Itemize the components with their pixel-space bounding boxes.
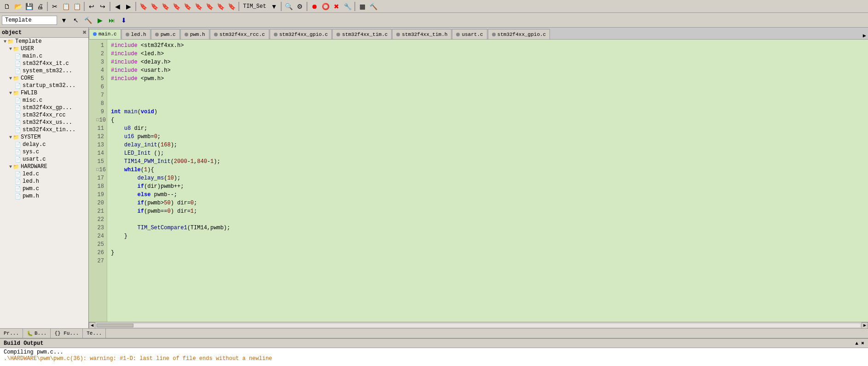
tab-mainc[interactable]: main.c [89, 29, 121, 39]
bookmark2-btn[interactable]: 🔖 [149, 1, 159, 12]
bottom-tab-functions[interactable]: {} Fu... [51, 329, 83, 338]
bookmark1-btn[interactable]: 🔖 [138, 1, 148, 12]
tree-label: stm32f4xx_gp... [23, 105, 72, 111]
tree-file-ledc[interactable]: 📄 led.c [0, 170, 88, 178]
file-icon: 📄 [15, 127, 21, 133]
tree-file-gpio[interactable]: 📄 stm32f4xx_gp... [0, 104, 88, 111]
cursor-btn[interactable]: ↖ [71, 15, 81, 25]
tab-usartc[interactable]: usart.c [452, 29, 487, 39]
tree-folder-core[interactable]: ▼ 📁 CORE [0, 75, 88, 82]
redo-btn[interactable]: ↪ [98, 1, 108, 12]
grid-btn[interactable]: ▦ [357, 1, 367, 12]
tab-timh[interactable]: stm32f4xx_tim.h [392, 29, 451, 39]
back-btn[interactable]: ◀ [112, 1, 122, 12]
scroll-left-btn[interactable]: ◀ [89, 322, 95, 329]
tree-folder-fwlib[interactable]: ▼ 📁 FWLIB [0, 89, 88, 97]
tree-root-template[interactable]: ▼ 📁 Template [0, 38, 88, 45]
code-editor[interactable]: 12345 6789 □10 1112131415 □16 1718192021… [89, 40, 868, 322]
step-btn[interactable]: ⏭ [107, 15, 117, 25]
hscroll-track[interactable] [96, 323, 861, 328]
expand-icon: ▼ [4, 39, 6, 44]
tree-label: stm32f4xx_rcc [23, 112, 66, 118]
tab-dot-pwmh [185, 33, 188, 36]
scroll-right-btn[interactable]: ▶ [862, 322, 868, 329]
tree-file-pwmh[interactable]: 📄 pwm.h [0, 192, 88, 200]
bookmark7-btn[interactable]: 🔖 [204, 1, 214, 12]
bookmark9-btn[interactable]: 🔖 [226, 1, 237, 12]
forward-btn[interactable]: ▶ [123, 1, 133, 12]
tree-file-ledh[interactable]: 📄 led.h [0, 178, 88, 185]
settings-btn[interactable]: ⚙ [295, 1, 305, 12]
tree-file-usartc[interactable]: 📄 usart.c [0, 156, 88, 163]
tree-file-sys[interactable]: 📄 sys.c [0, 148, 88, 156]
paste-btn[interactable]: 📋 [72, 1, 82, 12]
tree-file-misc[interactable]: 📄 misc.c [0, 97, 88, 104]
project-name-label: TIM_Set [243, 3, 266, 10]
tab-pwmc[interactable]: pwm.c [151, 29, 180, 39]
code-content[interactable]: #include <stm32f4xx.h> #include <led.h> … [107, 40, 868, 322]
tab-timc[interactable]: stm32f4xx_tim.c [332, 29, 392, 39]
bottom-tab-templates[interactable]: Te... [83, 329, 106, 338]
template-dropdown[interactable]: ▼ [59, 15, 69, 25]
tab-pwmh[interactable]: pwm.h [180, 29, 209, 39]
stop-btn[interactable]: ⭕ [320, 1, 330, 12]
bookmark4-btn[interactable]: 🔖 [171, 1, 181, 12]
tree-file-pwmc[interactable]: 📄 pwm.c [0, 185, 88, 192]
build-output-controls[interactable]: ▲ ✖ [855, 340, 864, 346]
expand-icon: ▼ [9, 135, 12, 140]
bookmark5-btn[interactable]: 🔖 [182, 1, 192, 12]
record-btn[interactable]: ⏺ [309, 1, 319, 12]
copy-btn[interactable]: 📋 [61, 1, 71, 12]
tree-file-delay[interactable]: 📄 delay.c [0, 141, 88, 148]
tab-dot-timh [396, 33, 400, 36]
tree-file-startup[interactable]: 📄 startup_stm32... [0, 82, 88, 89]
sep2 [84, 2, 85, 11]
tree-file-system[interactable]: 📄 system_stm32... [0, 67, 88, 75]
bottom-tab-project[interactable]: Pr... [0, 329, 23, 338]
run-green[interactable]: ▶ [95, 15, 105, 25]
bottom-tab-label: Te... [87, 331, 102, 336]
tab-label: main.c [98, 31, 117, 37]
bookmark6-btn[interactable]: 🔖 [193, 1, 203, 12]
tree-label: misc.c [23, 97, 42, 104]
expand-icon: ▼ [9, 91, 12, 96]
build-btn[interactable]: 🔨 [83, 15, 93, 25]
cut-btn[interactable]: ✂ [50, 1, 60, 12]
tab-dot-rccc [214, 33, 218, 36]
download-btn[interactable]: ⬇ [119, 15, 129, 25]
tree-folder-hardware[interactable]: ▼ 📁 HARDWARE [0, 163, 88, 170]
tab-dot-timc [336, 33, 340, 36]
tree-folder-system[interactable]: ▼ 📁 SYSTEM [0, 134, 88, 141]
tree-file-rcc[interactable]: 📄 stm32f4xx_rcc [0, 111, 88, 119]
tree-file-stm32it[interactable]: 📄 stm32f4xx_it.c [0, 60, 88, 67]
tab-rccc[interactable]: stm32f4xx_rcc.c [210, 29, 269, 39]
save-btn[interactable]: 💾 [24, 1, 34, 12]
bookmark8-btn[interactable]: 🔖 [215, 1, 226, 12]
tree-file-usart[interactable]: 📄 stm32f4xx_us... [0, 119, 88, 126]
dropdown-btn[interactable]: ▼ [269, 1, 279, 12]
file-icon: 📄 [15, 112, 21, 118]
hscroll-thumb[interactable] [97, 324, 133, 327]
hscrollbar[interactable]: ◀ ▶ [89, 322, 868, 328]
wrench-btn[interactable]: 🔧 [342, 1, 353, 12]
new-btn[interactable]: 🗋 [2, 1, 12, 12]
tree-file-mainc[interactable]: 📄 main.c [0, 52, 88, 60]
tab-gpioc2[interactable]: stm32f4xx_gpio.c [488, 29, 550, 39]
undo-btn[interactable]: ↩ [87, 1, 97, 12]
tree-label: system_stm32... [23, 68, 72, 74]
tab-gpioc[interactable]: stm32f4xx_gpio.c [270, 29, 332, 39]
close-btn2[interactable]: ✖ [331, 1, 341, 12]
search-btn[interactable]: 🔍 [284, 1, 294, 12]
open-btn[interactable]: 📂 [13, 1, 23, 12]
print-btn[interactable]: 🖨 [35, 1, 45, 12]
tree-folder-user[interactable]: ▼ 📁 USER [0, 45, 88, 52]
bookmark3-btn[interactable]: 🔖 [160, 1, 170, 12]
tree-file-tim[interactable]: 📄 stm32f4xx_tin... [0, 126, 88, 134]
file-icon: 📄 [15, 105, 21, 111]
tool-btn[interactable]: 🔨 [368, 1, 378, 12]
tabs-arrow[interactable]: ▶ [861, 32, 868, 39]
bottom-tab-build[interactable]: 🐛 B... [23, 329, 51, 338]
tab-ledh[interactable]: led.h [122, 29, 150, 39]
sidebar-close-btn[interactable]: ✖ [82, 29, 87, 35]
tab-label: stm32f4xx_gpio.c [498, 32, 546, 37]
